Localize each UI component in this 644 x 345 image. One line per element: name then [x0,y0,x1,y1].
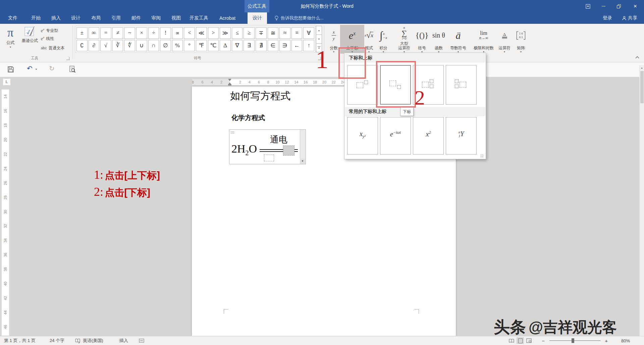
scrollbar-up-button[interactable]: ▲ [640,65,644,70]
bracket-button[interactable]: {()} 括号 ▾ [414,25,430,54]
proofing-icon[interactable] [75,338,80,343]
zoom-slider-thumb[interactable] [572,338,574,343]
limit-log-button[interactable]: lim n→∞ 极限和对数 ▾ [470,25,497,54]
symbol-cell[interactable]: ± [76,27,88,39]
status-word-count[interactable]: 24 个字 [50,338,64,344]
symbol-cell[interactable]: ∓ [256,27,267,39]
ribbon-display-options-button[interactable] [580,0,596,12]
equation-placeholder-selected[interactable] [283,146,294,156]
collapse-ribbon-button[interactable] [635,56,640,59]
dropdown-resize-grip[interactable] [480,154,484,158]
share-button[interactable]: 共享 [618,12,641,24]
symbol-cell[interactable]: ≅ [268,27,279,39]
zoom-slider-track[interactable] [549,340,600,341]
equation-button[interactable]: π 公式 ▾ [3,25,18,54]
matrix-button[interactable]: 1 0 0 1 矩阵 ▾ [514,25,528,54]
tab-insert[interactable]: 插入 [46,12,66,24]
symbol-cell[interactable]: ∂ [89,40,100,52]
professional-button[interactable]: ex 专业型 [41,27,58,34]
function-button[interactable]: sin θ 函数 ▾ [430,25,447,54]
radical-button[interactable]: n√x 根式 ▾ [362,25,376,54]
tab-developer[interactable]: 开发工具 [186,12,212,24]
symbol-cell[interactable]: ℃ [208,40,219,52]
first-line-indent-marker[interactable] [228,79,231,81]
redo-button[interactable]: ↻ [49,64,55,72]
symbols-scroll-up-button[interactable]: ▲ [316,26,322,35]
symbol-cell[interactable]: ← [291,40,303,52]
undo-button[interactable]: ↶ [27,64,33,72]
equation-drag-handle[interactable] [230,131,234,134]
equation-placeholder-empty[interactable] [264,155,274,161]
undo-dropdown-button[interactable]: ▾ [36,68,37,71]
tab-view[interactable]: 视图 [166,12,186,24]
tile-left-sub-superscript[interactable] [446,65,477,105]
equation-options-button[interactable]: ▼ [300,159,305,164]
tell-me-box[interactable]: 告诉我您想要做什么... [274,12,324,24]
tab-design[interactable]: 设计 [66,12,86,24]
scrollbar-thumb[interactable] [640,71,644,103]
print-layout-button[interactable] [517,337,524,344]
integral-button[interactable]: ∫ x −x 积分 ▾ [376,25,391,54]
tab-references[interactable]: 引用 [106,12,126,24]
symbol-cell[interactable]: ≠ [112,27,123,39]
accent-button[interactable]: ä 导数符号 ▾ [447,25,469,54]
symbol-cell[interactable]: ∅ [160,40,171,52]
context-tool-tab[interactable]: 公式工具 [245,0,269,12]
normal-text-button[interactable]: abc 普通文本 [41,45,65,51]
restore-button[interactable] [611,0,627,12]
symbol-cell[interactable]: ∇ [232,40,243,52]
symbol-cell[interactable]: ≥ [244,27,255,39]
symbol-cell[interactable]: ∝ [172,27,183,39]
save-button[interactable] [7,66,14,73]
status-language[interactable]: 英语(美国) [83,338,103,344]
fraction-button[interactable]: x y 分数 ▾ [326,25,341,54]
print-preview-button[interactable] [69,66,76,73]
symbol-cell[interactable]: ≫ [220,27,231,39]
symbol-cell[interactable]: ℉ [196,40,207,52]
symbol-cell[interactable]: ≤ [232,27,243,39]
symbol-cell[interactable]: ∆ [220,40,231,52]
tile-example-x2[interactable]: x2 [413,117,444,155]
left-indent-marker[interactable] [228,84,231,85]
symbol-cell[interactable]: > [208,27,219,39]
tools-dialog-launcher-icon[interactable] [66,57,69,60]
symbol-cell[interactable]: ∪ [136,40,147,52]
zoom-percentage[interactable]: 80% [621,338,630,343]
symbol-cell[interactable]: ≡ [291,27,303,39]
tab-equation-design-active[interactable]: 设计 [248,12,267,24]
tab-acrobat[interactable]: Acrobat [215,12,239,24]
symbol-cell[interactable]: < [184,27,195,39]
close-button[interactable]: ✕ [627,0,644,12]
tab-layout[interactable]: 布局 [86,12,106,24]
symbol-cell[interactable]: × [136,27,147,39]
symbol-cell[interactable]: ∄ [256,40,267,52]
symbol-cell[interactable]: ≪ [196,27,207,39]
zoom-out-button[interactable]: − [542,338,545,344]
tile-superscript[interactable] [347,65,378,105]
symbol-cell[interactable]: ∜ [124,40,135,52]
linear-button[interactable]: ex 线性 [41,35,54,42]
symbol-cell[interactable]: = [100,27,111,39]
script-button-open[interactable]: ex 上下标 ▾ [340,25,364,54]
symbol-cell[interactable]: ∈ [268,40,279,52]
vertical-scrollbar[interactable]: ▲ [639,65,644,336]
symbol-cell[interactable]: ↑ [303,40,314,52]
symbol-cell[interactable]: ∋ [279,40,290,52]
large-operator-button[interactable]: n ∑ i=0 大型运算符 ▾ [393,25,415,54]
ink-equation-button[interactable]: 墨迹公式 [19,25,40,54]
symbol-cell[interactable]: ∃ [244,40,255,52]
symbol-cell[interactable]: √ [100,40,111,52]
symbol-cell[interactable]: ÷ [148,27,159,39]
equation-control[interactable]: 2H2O 通电 ▼ [229,129,306,164]
symbol-cell[interactable]: ~ [124,27,135,39]
tile-example-x-y2[interactable]: xy² [347,117,378,155]
symbol-cell[interactable]: ∀ [303,27,314,39]
symbol-cell[interactable]: ∁ [76,40,88,52]
symbol-cell[interactable]: ∞ [89,27,100,39]
tab-review[interactable]: 审阅 [146,12,166,24]
symbol-cell[interactable]: % [172,40,183,52]
tile-example-e-iwt[interactable]: e−iωt [380,117,411,155]
tab-mailings[interactable]: 邮件 [126,12,146,24]
read-mode-button[interactable] [508,337,515,344]
symbol-cell[interactable]: ∩ [148,40,159,52]
